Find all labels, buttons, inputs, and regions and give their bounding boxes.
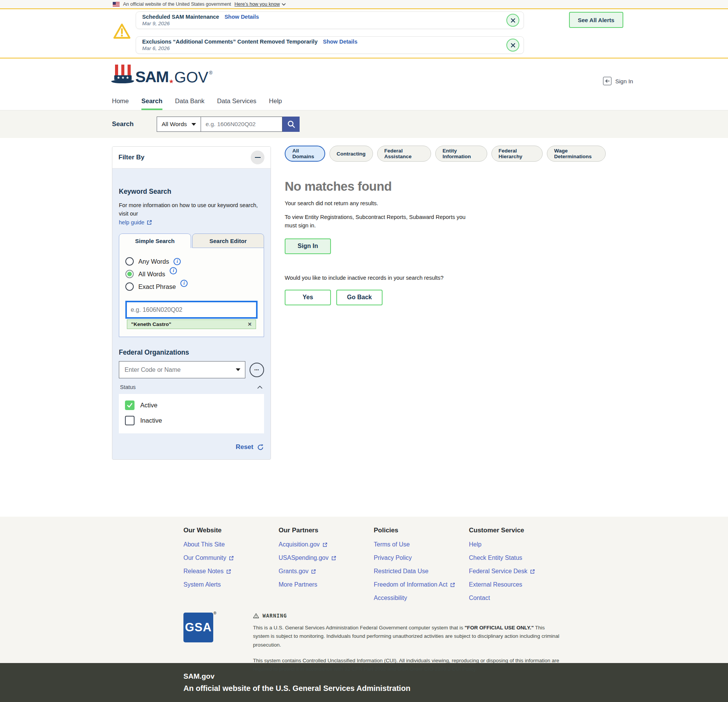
header-sign-in-link[interactable]: Sign In [603,77,633,85]
domain-tab-contracting[interactable]: Contracting [329,146,373,162]
footer-link-release-notes[interactable]: Release Notes [183,568,279,574]
radio-label-any-words: Any Words [138,258,169,265]
checkbox-active[interactable] [125,400,135,410]
alert-card: Exclusions “Additional Comments” Content… [136,36,524,54]
alert-close-button[interactable] [506,14,519,27]
warning-block: WARNING This is a U.S. General Services … [253,613,563,673]
show-details-link[interactable]: Show Details [323,39,357,45]
footer-column-policies: Policies Terms of Use Privacy Policy Res… [374,527,469,601]
search-mode-select[interactable]: All Words [157,117,201,132]
footer-link-help[interactable]: Help [469,541,564,548]
footer-heading: Customer Service [469,527,564,534]
domain-tab-entity-information[interactable]: Entity Information [435,146,487,162]
footer-site-subtitle: An official website of the U.S. General … [183,684,728,693]
search-label: Search [112,120,157,128]
domain-tab-all-domains[interactable]: All Domains [285,146,325,162]
footer-link-external-resources[interactable]: External Resources [469,582,564,588]
external-link-icon [311,569,316,574]
footer-link-grants-gov[interactable]: Grants.gov [279,568,374,574]
search-results-area: All Domains Contracting Federal Assistan… [285,146,606,305]
more-options-button[interactable]: ••• [250,363,264,377]
samgov-logo[interactable]: SAM★GOV® [111,64,212,85]
federal-org-combobox[interactable] [119,361,245,378]
help-guide-link[interactable]: help guide [119,218,152,227]
radio-any-words[interactable] [125,257,134,266]
footer-link-foia[interactable]: Freedom of Information Act [374,582,469,588]
checkbox-inactive[interactable] [125,416,135,425]
radio-label-exact-phrase: Exact Phrase [138,283,176,290]
federal-organizations-heading: Federal Organizations [119,349,264,357]
warning-paragraph-2: This system contains Controlled Unclassi… [253,657,563,674]
logo-sam-text: SAM [135,69,169,85]
show-details-link[interactable]: Show Details [224,14,259,20]
footer-link-federal-service-desk[interactable]: Federal Service Desk [469,568,564,574]
chip-remove-icon[interactable]: ✕ [248,321,252,327]
checkbox-label-inactive: Inactive [140,417,162,424]
footer-link-system-alerts[interactable]: System Alerts [183,582,279,588]
warning-paragraph-1: This is a U.S. General Services Administ… [253,624,563,649]
filter-panel: Filter By Keyword Search For more inform… [112,146,271,460]
domain-tab-wage-determinations[interactable]: Wage Determinations [547,146,606,162]
logo-star-icon: ★ [169,78,174,84]
footer-link-our-community[interactable]: Our Community [183,555,279,561]
logo-registered-mark: ® [209,70,212,76]
go-back-button[interactable]: Go Back [336,290,383,305]
search-submit-button[interactable] [282,117,300,132]
logo-gov-text: GOV [174,70,208,85]
status-section-label: Status [120,384,136,390]
external-link-icon [331,556,336,561]
footer-column-our-partners: Our Partners Acquisition.gov USASpending… [279,527,374,601]
site-footer: Our Website About This Site Our Communit… [0,517,728,663]
check-icon [127,403,133,408]
federal-org-input[interactable] [119,361,245,378]
nav-item-search[interactable]: Search [141,92,162,110]
footer-link-more-partners[interactable]: More Partners [279,582,374,588]
domain-tab-federal-hierarchy[interactable]: Federal Hierarchy [491,146,543,162]
radio-label-all-words: All Words [138,271,165,278]
sign-in-button[interactable]: Sign In [285,238,331,254]
collapse-filters-button[interactable] [251,151,264,164]
footer-link-accessibility[interactable]: Accessibility [374,595,469,601]
caret-down-icon [236,368,240,371]
close-icon [511,43,516,48]
reset-filters-button[interactable]: Reset [119,443,264,451]
yes-button[interactable]: Yes [285,290,331,305]
search-icon [287,120,295,128]
include-inactive-question: Would you like to include inactive recor… [285,275,606,281]
footer-link-restricted-data-use[interactable]: Restricted Data Use [374,568,469,574]
nav-item-data-services[interactable]: Data Services [217,92,256,110]
info-icon[interactable]: i [170,267,177,274]
nav-item-data-bank[interactable]: Data Bank [175,92,204,110]
external-link-icon [147,220,152,225]
heres-how-you-know-link[interactable]: Here’s how you know [235,2,286,7]
radio-all-words[interactable] [125,270,134,278]
info-icon[interactable]: i [180,280,188,287]
global-search-bar: Search All Words [0,110,728,138]
alert-date: Mar 6, 2026 [142,45,501,51]
global-search-input[interactable] [201,117,282,132]
footer-heading: Our Website [183,527,279,534]
external-link-icon [229,556,234,561]
uncle-sam-hat-icon [111,64,134,85]
footer-link-privacy-policy[interactable]: Privacy Policy [374,555,469,561]
nav-item-home[interactable]: Home [112,92,129,110]
chevron-down-icon [282,3,286,6]
domain-tab-federal-assistance[interactable]: Federal Assistance [377,146,431,162]
chevron-up-icon[interactable] [257,385,263,389]
tab-search-editor[interactable]: Search Editor [192,233,264,248]
radio-exact-phrase[interactable] [125,282,134,291]
keyword-info-text: For more information on how to use our k… [119,202,258,217]
footer-link-usaspending-gov[interactable]: USASpending.gov [279,555,374,561]
alert-close-button[interactable] [506,39,519,52]
footer-link-contact[interactable]: Contact [469,595,564,601]
keyword-search-input[interactable] [125,301,258,319]
footer-link-terms-of-use[interactable]: Terms of Use [374,541,469,548]
footer-link-about-this-site[interactable]: About This Site [183,541,279,548]
nav-item-help[interactable]: Help [269,92,282,110]
tab-simple-search[interactable]: Simple Search [119,233,191,248]
footer-link-check-entity-status[interactable]: Check Entity Status [469,555,564,561]
see-all-alerts-button[interactable]: See All Alerts [569,12,623,28]
footer-link-acquisition-gov[interactable]: Acquisition.gov [279,541,374,548]
primary-nav: Home Search Data Bank Data Services Help [0,92,728,110]
info-icon[interactable]: i [173,258,181,265]
